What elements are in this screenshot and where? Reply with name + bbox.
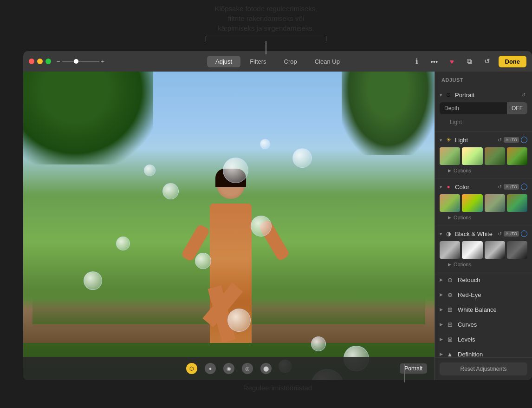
bubble-3 — [144, 165, 156, 176]
portrait-section: ▾ ⊙ Portrait ↺ Depth OFF Light — [435, 86, 532, 132]
portrait-section-header[interactable]: ▾ ⊙ Portrait ↺ — [435, 89, 532, 100]
tab-adjust[interactable]: Adjust — [207, 56, 240, 67]
bw-section-icon: ◑ — [445, 230, 452, 237]
view-mode-3[interactable]: ◉ — [223, 363, 234, 374]
main-window: − + Adjust Filters Crop Clean Up ℹ ••• ♥… — [23, 51, 532, 380]
color-options-row[interactable]: ▶ Options — [435, 214, 532, 222]
red-eye-label: Red-Eye — [458, 291, 481, 298]
brightness-minus-icon: − — [57, 58, 60, 65]
light-preset-3[interactable] — [485, 147, 505, 165]
more-button[interactable]: ••• — [428, 55, 441, 68]
retouch-chevron-icon: ▶ — [440, 277, 443, 282]
bottom-annotation: Reguleerimistööriistad — [23, 380, 532, 408]
sidebar-item-red-eye[interactable]: ▶ ⊕ Red-Eye — [435, 287, 532, 302]
retouch-label: Retouch — [458, 276, 480, 283]
bubble-7 — [227, 309, 251, 332]
info-button[interactable]: ℹ — [410, 55, 423, 68]
red-eye-icon: ⊕ — [446, 290, 454, 299]
light-preset-2[interactable] — [462, 147, 482, 165]
color-toggle-circle[interactable] — [521, 184, 527, 190]
light-preview-strip — [435, 145, 532, 167]
sidebar-header: ADJUST — [435, 72, 532, 86]
brightness-slider[interactable]: − + — [57, 58, 104, 65]
tab-filters[interactable]: Filters — [241, 56, 274, 67]
bw-chevron-icon: ▾ — [440, 231, 442, 237]
maximize-button[interactable] — [45, 59, 51, 64]
depth-label: Depth — [440, 102, 507, 114]
color-preset-4[interactable] — [507, 194, 527, 212]
bw-auto-badge[interactable]: AUTO — [504, 231, 519, 237]
depth-off-label[interactable]: OFF — [507, 102, 527, 114]
content-area: ⬡ ● ◉ ◎ ⬤ Portrait ADJUST ▾ ⊙ Portrait ↺ — [23, 72, 532, 380]
sidebar-content: ▾ ⊙ Portrait ↺ Depth OFF Light ▾ — [435, 86, 532, 357]
bubble-2 — [162, 183, 179, 199]
minimize-button[interactable] — [37, 59, 43, 64]
light-section: ▾ ☀ Light ↺ AUTO — [435, 132, 532, 178]
color-preview-strip — [435, 192, 532, 214]
levels-icon: ⊠ — [446, 335, 454, 343]
view-mode-5[interactable]: ⬤ — [260, 363, 272, 374]
bubble-1 — [223, 158, 248, 183]
photo-tree-right — [342, 72, 435, 155]
slider-thumb — [74, 59, 78, 64]
light-toggle-circle[interactable] — [521, 137, 527, 143]
color-preset-1[interactable] — [440, 194, 460, 212]
bw-preset-2[interactable] — [462, 241, 482, 259]
reset-adjustments-button[interactable]: Reset Adjustments — [440, 362, 527, 375]
white-balance-label: White Balance — [458, 306, 497, 313]
leader-line — [404, 364, 405, 382]
light-preset-1[interactable] — [440, 147, 460, 165]
color-section-icon: ● — [445, 183, 452, 191]
light-section-header[interactable]: ▾ ☀ Light ↺ AUTO — [435, 134, 532, 145]
bw-options-chevron-icon: ▶ — [448, 262, 451, 267]
bw-reset-icon[interactable]: ↺ — [498, 231, 502, 237]
light-auto-badge[interactable]: AUTO — [504, 137, 519, 143]
bw-section-title: Black & White — [455, 230, 498, 237]
sidebar-item-levels[interactable]: ▶ ⊠ Levels — [435, 332, 532, 347]
sidebar: ADJUST ▾ ⊙ Portrait ↺ Depth OFF Ligh — [435, 72, 532, 380]
traffic-lights — [29, 59, 51, 64]
duplicate-button[interactable]: ⧉ — [463, 55, 476, 68]
bw-toggle-circle[interactable] — [521, 230, 527, 237]
color-preset-2[interactable] — [462, 194, 482, 212]
light-options-row[interactable]: ▶ Options — [435, 167, 532, 175]
levels-chevron-icon: ▶ — [440, 337, 443, 342]
view-mode-2[interactable]: ● — [205, 363, 216, 374]
bubble-4 — [251, 216, 272, 237]
done-button[interactable]: Done — [499, 56, 527, 67]
color-options-label: Options — [454, 215, 471, 220]
light-subitem: Light — [435, 117, 532, 128]
sidebar-item-white-balance[interactable]: ▶ ⊞ White Balance — [435, 302, 532, 317]
titlebar-tabs: Adjust Filters Crop Clean Up — [207, 56, 348, 67]
light-section-icon: ☀ — [445, 136, 452, 144]
sidebar-item-curves[interactable]: ▶ ⊟ Curves — [435, 317, 532, 332]
light-preset-4[interactable] — [507, 147, 527, 165]
sidebar-item-definition[interactable]: ▶ ▲ Definition — [435, 347, 532, 357]
light-reset-icon[interactable]: ↺ — [498, 137, 502, 143]
close-button[interactable] — [29, 59, 34, 64]
bw-preset-1[interactable] — [440, 241, 460, 259]
color-section-header[interactable]: ▾ ● Color ↺ AUTO — [435, 181, 532, 192]
view-mode-4[interactable]: ◎ — [242, 363, 253, 374]
view-mode-portrait[interactable]: ⬡ — [186, 363, 197, 374]
curves-icon: ⊟ — [446, 320, 454, 329]
bw-options-row[interactable]: ▶ Options — [435, 261, 532, 269]
color-reset-icon[interactable]: ↺ — [498, 184, 502, 190]
callout-tooltip: Klõpsake fotode reguleerimiseks, filtrit… — [0, 0, 532, 56]
tab-crop[interactable]: Crop — [276, 56, 305, 67]
color-auto-badge[interactable]: AUTO — [504, 184, 519, 190]
rotate-button[interactable]: ↺ — [481, 55, 494, 68]
portrait-reset-icon[interactable]: ↺ — [521, 92, 526, 98]
titlebar: − + Adjust Filters Crop Clean Up ℹ ••• ♥… — [23, 51, 532, 72]
sidebar-item-retouch[interactable]: ▶ ⊙ Retouch — [435, 272, 532, 287]
color-preset-3[interactable] — [485, 194, 505, 212]
portrait-section-title: Portrait — [455, 92, 521, 99]
favorite-button[interactable]: ♥ — [446, 55, 459, 68]
callout-bracket — [206, 36, 326, 41]
tab-cleanup[interactable]: Clean Up — [306, 56, 348, 67]
bubble-6 — [84, 271, 102, 290]
bw-preset-3[interactable] — [485, 241, 505, 259]
bw-preset-4[interactable] — [507, 241, 527, 259]
bw-section-header[interactable]: ▾ ◑ Black & White ↺ AUTO — [435, 228, 532, 239]
color-section-title: Color — [455, 184, 498, 191]
